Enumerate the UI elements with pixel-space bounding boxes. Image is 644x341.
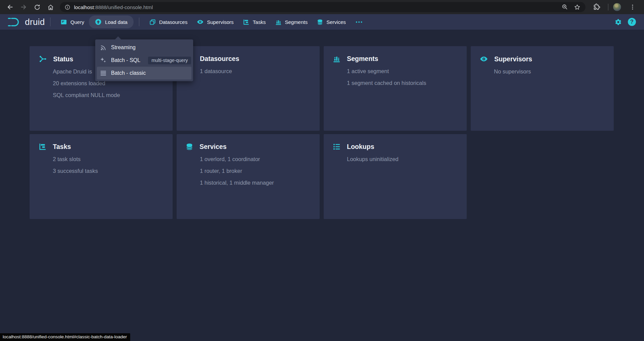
card-title: Services [200, 143, 226, 151]
zoom-page-icon[interactable] [562, 4, 568, 10]
card-tasks[interactable]: Tasks 2 task slots 3 successful tasks [30, 134, 173, 219]
sparkles-icon [100, 57, 107, 64]
nav-item-more[interactable] [351, 16, 367, 28]
card-title: Tasks [53, 143, 71, 151]
menu-item-batch-classic[interactable]: Batch - classic [97, 67, 191, 80]
card-line: Lookups uninitialized [347, 153, 458, 165]
feed-icon [100, 44, 107, 51]
nav-item-load-data[interactable]: Load data [89, 16, 134, 28]
menu-item-batch-sql[interactable]: Batch - SQL multi-stage-query [97, 54, 191, 67]
nav-label: Datasources [159, 19, 187, 25]
gantt-icon [39, 143, 46, 151]
nav-item-query[interactable]: Query [56, 16, 89, 28]
site-info-icon[interactable] [65, 4, 70, 10]
gantt-icon [243, 19, 249, 25]
druid-logo[interactable]: druid [7, 17, 45, 27]
reload-icon[interactable] [31, 1, 43, 13]
card-datasources[interactable]: Datasources 1 datasource [177, 46, 320, 131]
card-title: Supervisors [494, 55, 532, 63]
menu-item-label: Batch - SQL [111, 57, 140, 63]
nav-item-services[interactable]: Services [312, 16, 351, 28]
nav-label: Query [70, 19, 84, 25]
nav-divider [50, 18, 50, 26]
back-icon[interactable] [4, 1, 16, 13]
card-line: 3 successful tasks [53, 165, 164, 177]
profile-avatar[interactable] [613, 3, 621, 11]
more-icon [355, 19, 363, 25]
upload-icon [95, 19, 102, 25]
card-line: 1 overlord, 1 coordinator [200, 153, 311, 165]
druid-navbar: druid Query Load data Datasources Superv… [0, 14, 644, 30]
nav-item-tasks[interactable]: Tasks [238, 16, 270, 28]
stacked-lines-icon [100, 70, 107, 76]
card-header: Datasources [177, 46, 320, 63]
database-icon [186, 143, 193, 151]
bookmark-star-icon[interactable] [574, 4, 581, 11]
card-title: Datasources [200, 55, 239, 63]
nav-item-segments[interactable]: Segments [271, 16, 313, 28]
extensions-puzzle-icon[interactable] [591, 1, 603, 13]
forward-icon[interactable] [18, 1, 29, 13]
card-title: Status [53, 55, 73, 63]
console-icon [61, 19, 67, 25]
load-data-menu: Streaming Batch - SQL multi-stage-query … [95, 39, 193, 81]
eye-icon [197, 19, 204, 25]
card-line: 1 segment cached on historicals [347, 77, 458, 89]
url-text: localhost:8888/unified-console.html [74, 4, 153, 10]
card-line: SQL compliant NULL mode [53, 89, 164, 101]
browser-actions [588, 1, 641, 13]
druid-logo-icon [7, 17, 22, 27]
card-title: Lookups [347, 143, 374, 151]
card-line: 1 active segment [347, 65, 458, 77]
eye-icon [480, 55, 488, 63]
druid-wordmark: druid [25, 17, 45, 27]
card-line: 1 datasource [200, 65, 311, 77]
card-lookups[interactable]: Lookups Lookups uninitialized [324, 134, 467, 219]
help-glyph: ? [630, 19, 634, 25]
nav-divider [139, 18, 139, 26]
database-icon [317, 19, 323, 25]
browser-menu-kebab-icon[interactable] [627, 1, 638, 13]
nav-item-supervisors[interactable]: Supervisors [192, 16, 238, 28]
url-bar[interactable]: localhost:8888/unified-console.html [60, 2, 585, 12]
card-segments[interactable]: Segments 1 active segment 1 segment cach… [324, 46, 467, 131]
msq-badge: multi-stage-query [148, 57, 191, 64]
card-line: 1 router, 1 broker [200, 165, 311, 177]
card-line: No supervisors [494, 66, 605, 78]
card-body: 2 task slots 3 successful tasks [30, 151, 173, 177]
browser-toolbar: localhost:8888/unified-console.html [0, 0, 644, 14]
nav-label: Services [326, 19, 346, 25]
nav-item-datasources[interactable]: Datasources [145, 16, 192, 28]
menu-item-label: Batch - classic [111, 70, 146, 76]
navbar-right: ? [615, 18, 636, 26]
link-target-status-bubble: localhost:8888/unified-console.html#clas… [0, 333, 130, 341]
settings-gear-icon[interactable] [615, 19, 622, 26]
menu-item-label: Streaming [111, 44, 136, 51]
properties-list-icon [333, 143, 341, 151]
nav-label: Load data [105, 19, 128, 25]
card-body: Lookups uninitialized [324, 151, 467, 165]
bar-chart-icon [333, 55, 341, 63]
card-body: No supervisors [471, 63, 614, 78]
card-header: Lookups [324, 134, 467, 151]
fork-icon [39, 55, 47, 63]
card-services[interactable]: Services 1 overlord, 1 coordinator 1 rou… [177, 134, 320, 219]
card-header: Supervisors [471, 46, 614, 63]
card-header: Tasks [30, 134, 173, 151]
card-supervisors[interactable]: Supervisors No supervisors [471, 46, 614, 131]
toolbar-divider [608, 4, 608, 10]
home-icon[interactable] [45, 1, 56, 13]
card-body: 1 overlord, 1 coordinator 1 router, 1 br… [177, 151, 320, 189]
card-body: 1 active segment 1 segment cached on his… [324, 63, 467, 89]
card-line: 1 historical, 1 middle manager [200, 177, 311, 189]
card-header: Services [177, 134, 320, 151]
card-header: Segments [324, 46, 467, 63]
nav-label: Tasks [253, 19, 265, 25]
card-body: 1 datasource [177, 63, 320, 77]
card-title: Segments [347, 55, 378, 63]
menu-item-streaming[interactable]: Streaming [97, 41, 191, 54]
nav-label: Segments [285, 19, 308, 25]
menu-caret [115, 36, 121, 40]
bar-chart-icon [275, 19, 282, 25]
help-button[interactable]: ? [628, 18, 636, 26]
